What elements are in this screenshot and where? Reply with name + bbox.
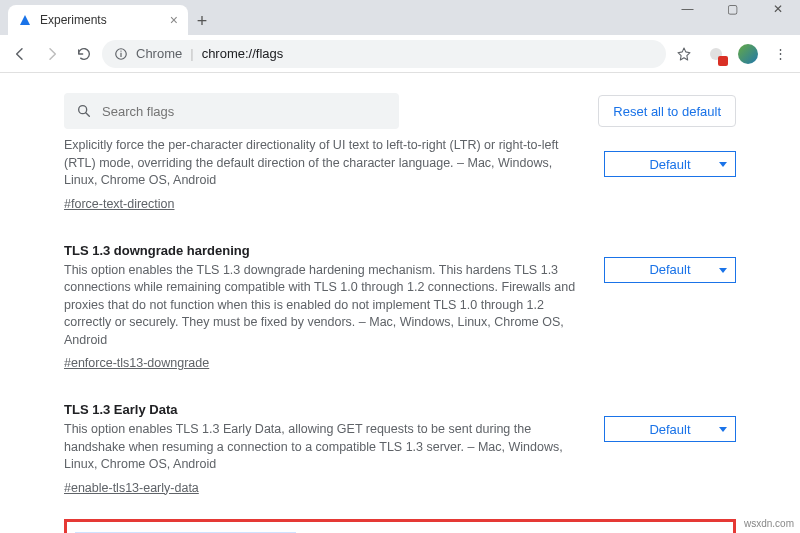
flag-item: Explicitly force the per-character direc…: [64, 137, 736, 225]
menu-button[interactable]: ⋮: [766, 40, 794, 68]
browser-toolbar: Chrome | chrome://flags ⋮: [0, 35, 800, 73]
highlighted-flag-box: Force Dark Mode for Web Contents Automat…: [64, 519, 736, 534]
search-icon: [76, 103, 92, 119]
tab-strip: Experiments × + — ▢ ✕: [0, 0, 800, 35]
reload-button[interactable]: [70, 40, 98, 68]
search-flags[interactable]: [64, 93, 399, 129]
new-tab-button[interactable]: +: [188, 7, 216, 35]
back-button[interactable]: [6, 40, 34, 68]
browser-tab[interactable]: Experiments ×: [8, 5, 188, 35]
omni-url: chrome://flags: [202, 46, 284, 61]
flag-dropdown[interactable]: Default: [604, 257, 736, 283]
svg-point-2: [120, 50, 121, 51]
star-icon[interactable]: [670, 40, 698, 68]
flag-title: TLS 1.3 downgrade hardening: [64, 243, 584, 258]
minimize-button[interactable]: —: [665, 0, 710, 23]
reset-all-button[interactable]: Reset all to default: [598, 95, 736, 127]
page-content: Reset all to default Explicitly force th…: [0, 73, 800, 533]
svg-line-5: [86, 113, 89, 116]
flags-header-row: Reset all to default: [64, 93, 736, 129]
extension-icon[interactable]: [702, 40, 730, 68]
svg-point-4: [79, 106, 87, 114]
window-controls: — ▢ ✕: [665, 0, 800, 23]
omni-separator: |: [190, 46, 193, 61]
flag-item: TLS 1.3 downgrade hardening This option …: [64, 231, 736, 385]
watermark: wsxdn.com: [744, 518, 794, 529]
address-bar[interactable]: Chrome | chrome://flags: [102, 40, 666, 68]
flag-item: TLS 1.3 Early Data This option enables T…: [64, 390, 736, 509]
flag-description: This option enables the TLS 1.3 downgrad…: [64, 262, 584, 350]
flag-hash-link[interactable]: #enable-tls13-early-data: [64, 481, 199, 495]
flag-item: Force Dark Mode for Web Contents Automat…: [75, 528, 725, 534]
flag-dropdown[interactable]: Default: [604, 151, 736, 177]
flag-description: This option enables TLS 1.3 Early Data, …: [64, 421, 584, 474]
flag-hash-link[interactable]: #force-text-direction: [64, 197, 174, 211]
flag-hash-link[interactable]: #enforce-tls13-downgrade: [64, 356, 209, 370]
close-tab-icon[interactable]: ×: [170, 12, 178, 28]
flask-icon: [18, 13, 32, 27]
maximize-button[interactable]: ▢: [710, 0, 755, 23]
flag-description: Explicitly force the per-character direc…: [64, 137, 584, 190]
info-icon: [114, 47, 128, 61]
omni-prefix: Chrome: [136, 46, 182, 61]
close-window-button[interactable]: ✕: [755, 0, 800, 23]
profile-avatar[interactable]: [734, 40, 762, 68]
tab-title: Experiments: [40, 13, 107, 27]
flag-dropdown[interactable]: Default: [604, 416, 736, 442]
extension-badge: [718, 56, 728, 66]
avatar-icon: [738, 44, 758, 64]
forward-button[interactable]: [38, 40, 66, 68]
search-input[interactable]: [102, 104, 387, 119]
flag-title: TLS 1.3 Early Data: [64, 402, 584, 417]
